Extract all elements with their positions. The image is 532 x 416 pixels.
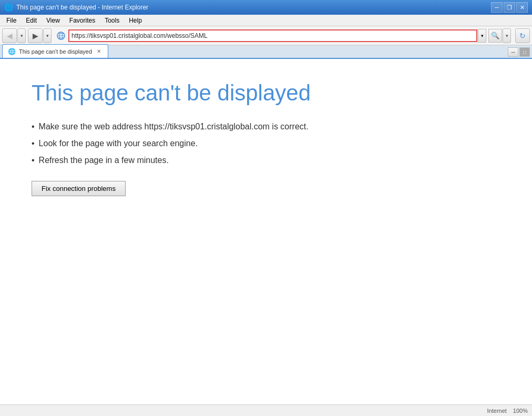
error-list: • Make sure the web address https://tiks…	[32, 122, 500, 165]
menu-bar: File Edit View Favorites Tools Help	[0, 15, 532, 26]
restore-button[interactable]: ❐	[504, 2, 515, 13]
menu-edit[interactable]: Edit	[22, 16, 41, 25]
bullet-icon: •	[32, 139, 35, 148]
tab-0[interactable]: 🌐 This page can't be displayed ✕	[2, 44, 108, 58]
tabs-bar: 🌐 This page can't be displayed ✕ ─ □	[0, 45, 532, 59]
menu-help[interactable]: Help	[125, 16, 146, 25]
menu-favorites[interactable]: Favorites	[65, 16, 99, 25]
bullet-icon: •	[32, 122, 35, 131]
minimize-button[interactable]: ─	[491, 2, 503, 13]
title-bar: 🌐 This page can't be displayed - Interne…	[0, 0, 532, 15]
address-area: ▾ 🔍 ▾	[56, 28, 511, 43]
status-bar: Internet 100%	[0, 404, 532, 416]
tab-icon: 🌐	[8, 48, 16, 55]
tab-minimize-button[interactable]: ─	[508, 47, 518, 57]
list-item-text: Make sure the web address https://tiksvs…	[39, 122, 309, 131]
window-title: This page can't be displayed - Internet …	[16, 4, 488, 11]
list-item: • Refresh the page in a few minutes.	[32, 156, 500, 165]
nav-bar: ◀ ▾ ▶ ▾ ▾ 🔍 ▾ ↻	[0, 26, 532, 45]
back-button[interactable]: ◀	[2, 28, 17, 43]
close-button[interactable]: ✕	[516, 2, 528, 13]
security-zone: Internet	[487, 408, 507, 414]
tab-window-buttons: ─ □	[508, 47, 530, 58]
tab-restore-button[interactable]: □	[519, 47, 530, 57]
tab-close-button[interactable]: ✕	[95, 48, 103, 55]
menu-tools[interactable]: Tools	[100, 16, 124, 25]
address-dropdown[interactable]: ▾	[478, 29, 486, 43]
menu-view[interactable]: View	[42, 16, 64, 25]
status-right: Internet 100%	[487, 408, 528, 414]
tab-label: This page can't be displayed	[19, 48, 92, 55]
back-dropdown[interactable]: ▾	[17, 28, 26, 43]
address-input[interactable]	[68, 29, 477, 42]
list-item-text: Refresh the page in a few minutes.	[39, 156, 169, 165]
fix-connection-button[interactable]: Fix connection problems	[32, 181, 126, 196]
menu-file[interactable]: File	[2, 16, 21, 25]
forward-dropdown[interactable]: ▾	[43, 28, 52, 43]
list-item: • Look for the page with your search eng…	[32, 139, 500, 148]
forward-button[interactable]: ▶	[28, 28, 43, 43]
address-ie-icon	[56, 31, 66, 41]
bullet-icon: •	[32, 156, 35, 165]
error-title: This page can't be displayed	[32, 80, 500, 106]
window-controls: ─ ❐ ✕	[491, 2, 528, 13]
ie-logo-icon: 🌐	[4, 3, 13, 12]
list-item: • Make sure the web address https://tiks…	[32, 122, 500, 131]
search-button[interactable]: 🔍	[488, 29, 502, 43]
search-dropdown[interactable]: ▾	[503, 28, 511, 43]
page-content: This page can't be displayed • Make sure…	[0, 59, 532, 404]
refresh-button[interactable]: ↻	[515, 28, 530, 43]
zoom-level: 100%	[513, 408, 528, 414]
list-item-text: Look for the page with your search engin…	[39, 139, 198, 148]
